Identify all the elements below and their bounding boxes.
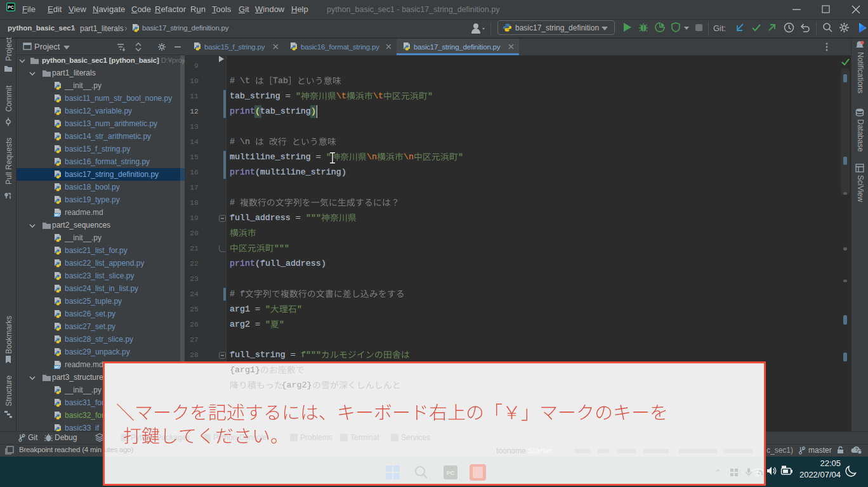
- svg-text:PC: PC: [447, 470, 455, 476]
- svg-text:?: ?: [855, 446, 858, 452]
- svg-text:PC: PC: [8, 5, 14, 10]
- svg-text:MD: MD: [55, 213, 60, 217]
- svg-text:MD: MD: [55, 365, 60, 369]
